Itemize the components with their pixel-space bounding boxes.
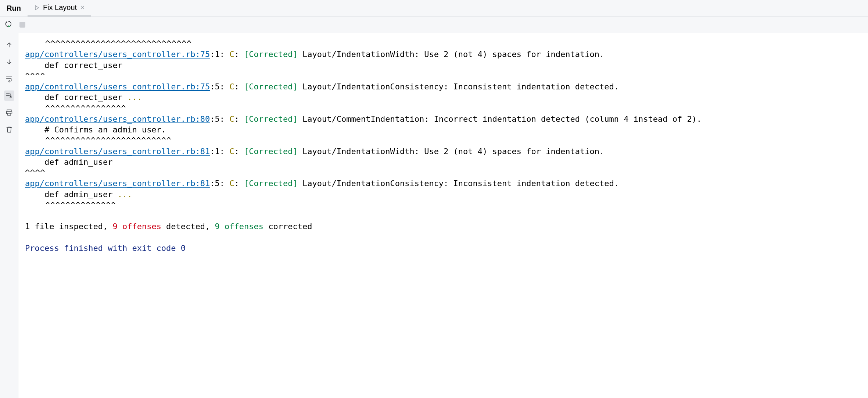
caret-marker: ^^^^^^^^^^^^^^^^^^^^^^^^^^^^^ — [25, 39, 192, 48]
svg-rect-1 — [6, 111, 12, 114]
offense-code: # Confirms an admin user. — [25, 125, 166, 134]
severity-letter: C — [229, 82, 234, 91]
scroll-to-end-button[interactable] — [4, 90, 14, 101]
offense-code: def correct_user — [25, 61, 122, 70]
run-config-tab-label: Fix Layout — [43, 3, 77, 12]
ellipsis: ... — [118, 190, 132, 199]
soft-wrap-button[interactable] — [4, 74, 14, 84]
corrected-tag: [Corrected] — [244, 114, 298, 124]
file-link[interactable]: app/controllers/users_controller.rb:75 — [25, 50, 210, 59]
offense-message: Layout/IndentationConsistency: Inconsist… — [298, 179, 619, 188]
caret-marker: ^^^^^^^^^^^^^^^^ — [25, 104, 126, 113]
file-link[interactable]: app/controllers/users_controller.rb:81 — [25, 179, 210, 188]
location-suffix: :5: — [210, 82, 229, 91]
corrected-tag: [Corrected] — [244, 179, 298, 188]
location-suffix: :1: — [210, 50, 229, 59]
rerun-button[interactable] — [4, 20, 14, 29]
summary-suffix: corrected — [263, 222, 312, 231]
stop-button[interactable] — [18, 20, 27, 29]
scroll-up-button[interactable] — [4, 40, 14, 50]
run-title: Run — [0, 4, 28, 13]
severity-letter: C — [229, 50, 234, 59]
close-icon[interactable]: × — [80, 4, 85, 11]
stop-icon — [19, 22, 25, 28]
offense-message: Layout/IndentationConsistency: Inconsist… — [298, 82, 619, 91]
file-link[interactable]: app/controllers/users_controller.rb:75 — [25, 82, 210, 91]
summary-detected: 9 offenses — [112, 222, 161, 231]
severity-letter: C — [229, 179, 234, 188]
caret-marker: ^^^^ — [25, 71, 45, 81]
run-config-tab[interactable]: Fix Layout × — [28, 0, 91, 17]
corrected-tag: [Corrected] — [244, 50, 298, 59]
caret-marker: ^^^^^^^^^^^^^^^^^^^^^^^^^ — [25, 136, 172, 145]
run-gutter — [0, 33, 18, 398]
location-suffix: :1: — [210, 147, 229, 156]
severity-letter: C — [229, 114, 234, 124]
print-button[interactable] — [4, 107, 14, 118]
scroll-down-button[interactable] — [4, 57, 14, 67]
clear-button[interactable] — [4, 124, 14, 135]
summary-prefix: 1 file inspected, — [25, 222, 112, 231]
run-tabbar: Run Fix Layout × — [0, 0, 868, 17]
offense-message: Layout/IndentationWidth: Use 2 (not 4) s… — [298, 147, 604, 156]
summary-corrected: 9 offenses — [215, 222, 263, 231]
location-suffix: :5: — [210, 114, 229, 124]
severity-letter: C — [229, 147, 234, 156]
console-output[interactable]: ^^^^^^^^^^^^^^^^^^^^^^^^^^^^^ app/contro… — [18, 33, 868, 398]
corrected-tag: [Corrected] — [244, 147, 298, 156]
ellipsis: ... — [127, 93, 142, 102]
file-link[interactable]: app/controllers/users_controller.rb:81 — [25, 147, 210, 156]
offense-message: Layout/IndentationWidth: Use 2 (not 4) s… — [298, 50, 604, 59]
offense-code: def admin_user — [25, 157, 112, 167]
file-link[interactable]: app/controllers/users_controller.rb:80 — [25, 114, 210, 124]
offense-code: def admin_user — [25, 190, 118, 199]
caret-marker: ^^^^^^^^^^^^^^ — [25, 200, 116, 210]
exit-message: Process finished with exit code 0 — [25, 244, 186, 253]
corrected-tag: [Corrected] — [244, 82, 298, 91]
offense-code: def correct_user — [25, 93, 127, 102]
svg-rect-2 — [7, 113, 10, 116]
location-suffix: :5: — [210, 179, 229, 188]
play-icon — [34, 5, 39, 10]
offense-message: Layout/CommentIndentation: Incorrect ind… — [298, 114, 702, 124]
run-toolbar — [0, 17, 868, 33]
run-main: ^^^^^^^^^^^^^^^^^^^^^^^^^^^^^ app/contro… — [0, 33, 868, 398]
caret-marker: ^^^^ — [25, 168, 45, 177]
summary-mid: detected, — [161, 222, 215, 231]
